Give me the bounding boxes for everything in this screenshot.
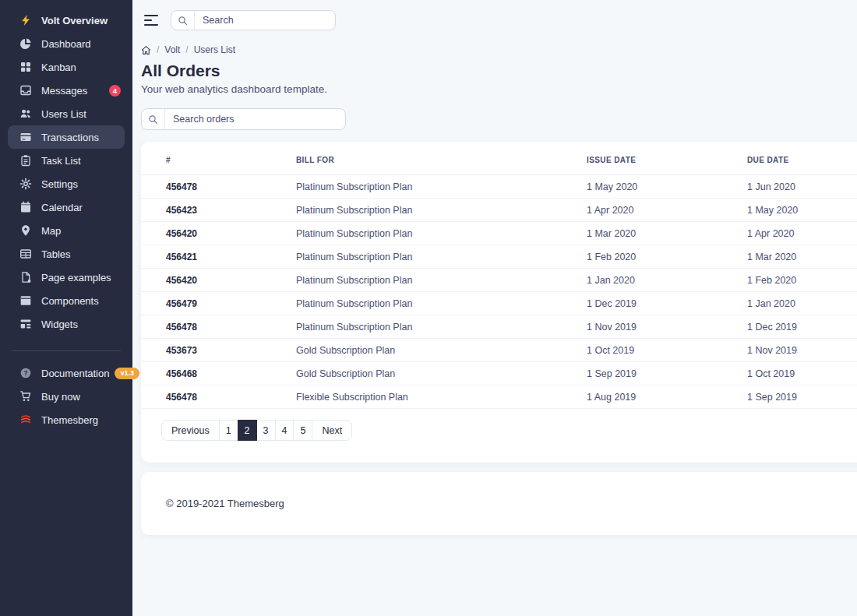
pages-icon: [19, 271, 32, 283]
pagination: Previous12345Next: [161, 420, 352, 441]
issue-date-cell: 1 Oct 2019: [587, 339, 747, 362]
order-number-cell: 456479: [141, 292, 296, 315]
sidebar-toggle-button[interactable]: [144, 15, 158, 26]
sidebar-item-widgets[interactable]: Widgets: [0, 312, 132, 336]
sidebar-item-label: Buy now: [41, 391, 80, 403]
sidebar-item-users-list[interactable]: Users List: [0, 102, 132, 125]
topbar: [144, 10, 857, 30]
order-number-cell: 456420: [141, 222, 296, 245]
table-row: 456423Platinum Subscription Plan1 Apr 20…: [141, 199, 857, 222]
pie-chart-icon: [19, 37, 32, 50]
issue-date-cell: 1 May 2020: [587, 175, 747, 199]
table-row: 456468Gold Subscription Plan1 Sep 20191 …: [141, 362, 857, 385]
page-title: All Orders: [141, 62, 857, 79]
breadcrumb: /Volt/Users List: [141, 44, 857, 55]
order-number-cell: 456468: [141, 362, 296, 385]
pagination-page-button-2[interactable]: 2: [238, 420, 257, 441]
issue-date-cell: 1 Jan 2020: [587, 269, 747, 292]
sidebar-brand-label: Volt Overview: [41, 15, 108, 26]
sidebar-divider: [12, 350, 121, 351]
global-search-box: [171, 10, 336, 30]
map-pin-icon: [19, 224, 32, 237]
sidebar-item-calendar[interactable]: Calendar: [0, 195, 132, 219]
order-number-cell: 456478: [141, 385, 296, 409]
bill-for-cell: Gold Subscription Plan: [296, 339, 587, 362]
sidebar-item-kanban[interactable]: Kanban: [0, 55, 132, 79]
sidebar-item-label: Transactions: [41, 132, 99, 143]
sidebar-item-dashboard[interactable]: Dashboard: [0, 32, 132, 55]
pagination-page-button-3[interactable]: 3: [256, 420, 276, 441]
pagination-page-button-4[interactable]: 4: [275, 420, 294, 441]
pagination-page-button-1[interactable]: 1: [219, 420, 238, 441]
order-number-cell: 456478: [141, 175, 296, 199]
breadcrumb-item-volt[interactable]: Volt: [164, 44, 180, 55]
sidebar-brand[interactable]: Volt Overview: [0, 9, 132, 32]
due-date-cell: 1 Nov 2019: [747, 339, 857, 362]
bill-for-cell: Platinum Subscription Plan: [296, 315, 587, 339]
table-row: 456479Platinum Subscription Plan1 Dec 20…: [141, 292, 857, 315]
sidebar-item-label: Themesberg: [41, 414, 98, 426]
sidebar-item-label: Messages: [41, 85, 87, 97]
kanban-icon: [19, 61, 32, 73]
breadcrumb-item-users-list[interactable]: Users List: [194, 44, 235, 55]
due-date-cell: 1 Mar 2020: [747, 245, 857, 269]
issue-date-cell: 1 Dec 2019: [587, 292, 747, 315]
column-header-issue-date: ISSUE DATE: [587, 142, 747, 175]
bill-for-cell: Platinum Subscription Plan: [296, 222, 587, 245]
orders-search-box: [141, 108, 346, 130]
copyright-text: © 2019-2021 Themesberg: [166, 498, 284, 509]
credit-card-icon: [19, 131, 32, 143]
sidebar-item-label: Kanban: [41, 62, 76, 73]
sidebar-item-page-examples[interactable]: Page examples: [0, 266, 132, 289]
sidebar-item-label: Settings: [41, 178, 78, 190]
question-circle-icon: ?: [19, 367, 32, 379]
main-content: /Volt/Users List All Orders Your web ana…: [132, 0, 857, 616]
issue-date-cell: 1 Nov 2019: [587, 315, 747, 339]
breadcrumb-separator: /: [185, 44, 188, 55]
sidebar-item-messages[interactable]: Messages4: [0, 79, 132, 102]
pagination-page-button-5[interactable]: 5: [293, 420, 312, 441]
clipboard-icon: [19, 154, 32, 167]
orders-search-input[interactable]: [165, 109, 345, 129]
pagination-next-button[interactable]: Next: [312, 420, 352, 441]
users-icon: [19, 107, 32, 120]
sidebar-item-themesberg[interactable]: Themesberg: [0, 408, 132, 431]
table-icon: [19, 248, 32, 260]
breadcrumb-separator: /: [157, 44, 159, 55]
sidebar-item-label: Components: [41, 295, 99, 307]
calendar-icon: [19, 201, 32, 213]
sidebar-item-label: Tables: [41, 248, 71, 260]
global-search-input[interactable]: [195, 11, 336, 30]
sidebar-item-label: Task List: [41, 155, 81, 167]
issue-date-cell: 1 Feb 2020: [587, 245, 747, 269]
orders-table: #BILL FORISSUE DATEDUE DATE 456478Platin…: [141, 142, 857, 409]
sidebar-item-transactions[interactable]: Transactions: [8, 125, 125, 149]
cart-icon: [19, 390, 32, 403]
due-date-cell: 1 Apr 2020: [747, 222, 857, 245]
sidebar-item-label: Calendar: [41, 202, 83, 213]
sidebar-item-buy-now[interactable]: Buy now: [0, 385, 132, 408]
widgets-icon: [19, 318, 32, 330]
due-date-cell: 1 Feb 2020: [747, 269, 857, 292]
sidebar-item-documentation[interactable]: ?Documentationv1.3: [0, 361, 132, 385]
table-header-row: #BILL FORISSUE DATEDUE DATE: [141, 142, 857, 175]
sidebar-item-tables[interactable]: Tables: [0, 242, 132, 266]
sidebar-item-task-list[interactable]: Task List: [0, 149, 132, 172]
unread-count-badge: 4: [109, 85, 121, 97]
sidebar-item-label: Page examples: [41, 272, 111, 283]
table-row: 456420Platinum Subscription Plan1 Jan 20…: [141, 269, 857, 292]
issue-date-cell: 1 Apr 2020: [587, 199, 747, 222]
inbox-icon: [19, 84, 32, 97]
sidebar-item-label: Widgets: [41, 319, 78, 330]
sidebar-item-map[interactable]: Map: [0, 219, 132, 242]
search-icon: [142, 109, 165, 129]
pagination-previous-button[interactable]: Previous: [161, 420, 220, 441]
sidebar-item-settings[interactable]: Settings: [0, 172, 132, 195]
bill-for-cell: Flexible Subscription Plan: [296, 385, 587, 409]
home-icon[interactable]: [141, 45, 151, 55]
table-row: 456478Flexible Subscription Plan1 Aug 20…: [141, 385, 857, 409]
issue-date-cell: 1 Sep 2019: [587, 362, 747, 385]
sidebar-item-components[interactable]: Components: [0, 289, 132, 312]
orders-table-card: #BILL FORISSUE DATEDUE DATE 456478Platin…: [141, 142, 857, 463]
sidebar-item-label: Dashboard: [41, 38, 91, 50]
